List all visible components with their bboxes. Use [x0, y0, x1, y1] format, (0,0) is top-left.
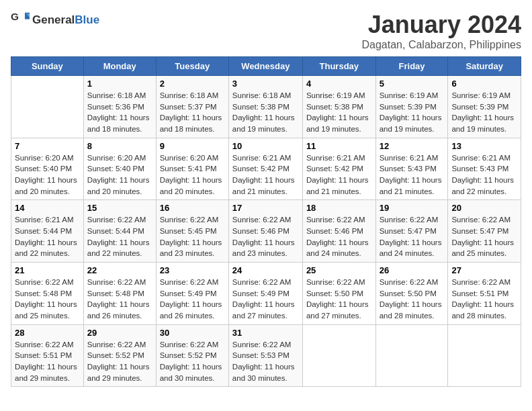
day-header-tuesday: Tuesday	[156, 57, 228, 76]
day-number: 2	[160, 79, 225, 89]
calendar-cell: 8Sunrise: 6:20 AM Sunset: 5:40 PM Daylig…	[83, 138, 156, 200]
calendar-cell: 10Sunrise: 6:21 AM Sunset: 5:42 PM Dayli…	[228, 138, 302, 200]
calendar-cell: 17Sunrise: 6:22 AM Sunset: 5:46 PM Dayli…	[228, 200, 302, 263]
day-number: 31	[232, 328, 299, 338]
week-row-4: 21Sunrise: 6:22 AM Sunset: 5:48 PM Dayli…	[11, 263, 521, 325]
calendar-cell: 15Sunrise: 6:22 AM Sunset: 5:44 PM Dayli…	[83, 200, 156, 263]
day-info: Sunrise: 6:21 AM Sunset: 5:43 PM Dayligh…	[451, 152, 517, 197]
day-number: 17	[232, 203, 299, 213]
week-row-2: 7Sunrise: 6:20 AM Sunset: 5:40 PM Daylig…	[11, 138, 521, 200]
calendar-cell: 24Sunrise: 6:22 AM Sunset: 5:49 PM Dayli…	[228, 263, 302, 325]
calendar-cell: 21Sunrise: 6:22 AM Sunset: 5:48 PM Dayli…	[11, 263, 84, 325]
calendar-cell: 29Sunrise: 6:22 AM Sunset: 5:52 PM Dayli…	[83, 324, 156, 387]
day-info: Sunrise: 6:22 AM Sunset: 5:48 PM Dayligh…	[15, 277, 80, 322]
day-number: 27	[451, 265, 517, 275]
day-info: Sunrise: 6:19 AM Sunset: 5:38 PM Dayligh…	[306, 90, 372, 135]
day-info: Sunrise: 6:21 AM Sunset: 5:42 PM Dayligh…	[232, 152, 299, 197]
day-info: Sunrise: 6:18 AM Sunset: 5:37 PM Dayligh…	[160, 90, 225, 135]
calendar-cell	[302, 324, 375, 387]
day-info: Sunrise: 6:22 AM Sunset: 5:46 PM Dayligh…	[232, 214, 299, 259]
calendar-cell	[375, 324, 448, 387]
day-number: 18	[306, 203, 372, 213]
day-number: 28	[15, 328, 80, 338]
day-info: Sunrise: 6:19 AM Sunset: 5:39 PM Dayligh…	[380, 90, 445, 135]
day-info: Sunrise: 6:21 AM Sunset: 5:44 PM Dayligh…	[15, 214, 80, 259]
day-number: 26	[380, 265, 445, 275]
day-header-saturday: Saturday	[448, 57, 521, 76]
day-number: 15	[87, 203, 152, 213]
day-number: 19	[380, 203, 445, 213]
day-number: 30	[160, 328, 225, 338]
svg-text:G: G	[11, 11, 19, 22]
calendar-cell: 18Sunrise: 6:22 AM Sunset: 5:46 PM Dayli…	[302, 200, 375, 263]
day-number: 4	[306, 79, 372, 89]
calendar-title: January 2024	[362, 11, 521, 39]
day-number: 21	[15, 265, 80, 275]
calendar-cell: 12Sunrise: 6:21 AM Sunset: 5:43 PM Dayli…	[375, 138, 448, 200]
day-info: Sunrise: 6:22 AM Sunset: 5:46 PM Dayligh…	[306, 214, 372, 259]
day-info: Sunrise: 6:20 AM Sunset: 5:40 PM Dayligh…	[15, 152, 80, 197]
calendar-cell	[448, 324, 521, 387]
day-number: 8	[87, 141, 152, 151]
calendar-cell: 30Sunrise: 6:22 AM Sunset: 5:52 PM Dayli…	[156, 324, 228, 387]
day-number: 14	[15, 203, 80, 213]
calendar-cell: 25Sunrise: 6:22 AM Sunset: 5:50 PM Dayli…	[302, 263, 375, 325]
day-number: 11	[306, 141, 372, 151]
day-info: Sunrise: 6:22 AM Sunset: 5:51 PM Dayligh…	[15, 339, 80, 384]
calendar-cell: 19Sunrise: 6:22 AM Sunset: 5:47 PM Dayli…	[375, 200, 448, 263]
calendar-subtitle: Dagatan, Calabarzon, Philippines	[362, 39, 521, 51]
day-number: 3	[232, 79, 299, 89]
day-header-friday: Friday	[375, 57, 448, 76]
calendar-cell: 6Sunrise: 6:19 AM Sunset: 5:39 PM Daylig…	[448, 76, 521, 138]
calendar-cell: 31Sunrise: 6:22 AM Sunset: 5:53 PM Dayli…	[228, 324, 302, 387]
day-info: Sunrise: 6:22 AM Sunset: 5:51 PM Dayligh…	[451, 277, 517, 322]
day-info: Sunrise: 6:22 AM Sunset: 5:49 PM Dayligh…	[232, 277, 299, 322]
day-info: Sunrise: 6:22 AM Sunset: 5:50 PM Dayligh…	[380, 277, 445, 322]
day-info: Sunrise: 6:22 AM Sunset: 5:53 PM Dayligh…	[232, 339, 299, 384]
calendar-cell: 14Sunrise: 6:21 AM Sunset: 5:44 PM Dayli…	[11, 200, 84, 263]
day-number: 10	[232, 141, 299, 151]
calendar-cell: 3Sunrise: 6:18 AM Sunset: 5:38 PM Daylig…	[228, 76, 302, 138]
calendar-cell: 16Sunrise: 6:22 AM Sunset: 5:45 PM Dayli…	[156, 200, 228, 263]
day-number: 23	[160, 265, 225, 275]
day-info: Sunrise: 6:20 AM Sunset: 5:40 PM Dayligh…	[87, 152, 152, 197]
logo: G GeneralBlue	[11, 11, 99, 30]
calendar-cell: 11Sunrise: 6:21 AM Sunset: 5:42 PM Dayli…	[302, 138, 375, 200]
day-info: Sunrise: 6:18 AM Sunset: 5:36 PM Dayligh…	[87, 90, 152, 135]
day-number: 29	[87, 328, 152, 338]
calendar-cell: 13Sunrise: 6:21 AM Sunset: 5:43 PM Dayli…	[448, 138, 521, 200]
calendar-cell: 28Sunrise: 6:22 AM Sunset: 5:51 PM Dayli…	[11, 324, 84, 387]
calendar-table: SundayMondayTuesdayWednesdayThursdayFrid…	[11, 56, 521, 387]
day-number: 5	[380, 79, 445, 89]
day-number: 20	[451, 203, 517, 213]
day-number: 24	[232, 265, 299, 275]
day-info: Sunrise: 6:22 AM Sunset: 5:52 PM Dayligh…	[87, 339, 152, 384]
calendar-cell: 2Sunrise: 6:18 AM Sunset: 5:37 PM Daylig…	[156, 76, 228, 138]
day-number: 25	[306, 265, 372, 275]
day-number: 13	[451, 141, 517, 151]
day-info: Sunrise: 6:18 AM Sunset: 5:38 PM Dayligh…	[232, 90, 299, 135]
day-info: Sunrise: 6:22 AM Sunset: 5:45 PM Dayligh…	[160, 214, 225, 259]
day-info: Sunrise: 6:20 AM Sunset: 5:41 PM Dayligh…	[160, 152, 225, 197]
day-info: Sunrise: 6:22 AM Sunset: 5:50 PM Dayligh…	[306, 277, 372, 322]
title-area: January 2024 Dagatan, Calabarzon, Philip…	[362, 11, 521, 51]
day-number: 1	[87, 79, 152, 89]
calendar-cell: 27Sunrise: 6:22 AM Sunset: 5:51 PM Dayli…	[448, 263, 521, 325]
day-info: Sunrise: 6:19 AM Sunset: 5:39 PM Dayligh…	[451, 90, 517, 135]
week-row-1: 1Sunrise: 6:18 AM Sunset: 5:36 PM Daylig…	[11, 76, 521, 138]
calendar-cell: 5Sunrise: 6:19 AM Sunset: 5:39 PM Daylig…	[375, 76, 448, 138]
day-number: 7	[15, 141, 80, 151]
day-header-monday: Monday	[83, 57, 156, 76]
day-number: 9	[160, 141, 225, 151]
days-header-row: SundayMondayTuesdayWednesdayThursdayFrid…	[11, 57, 521, 76]
day-info: Sunrise: 6:21 AM Sunset: 5:42 PM Dayligh…	[306, 152, 372, 197]
week-row-3: 14Sunrise: 6:21 AM Sunset: 5:44 PM Dayli…	[11, 200, 521, 263]
day-header-sunday: Sunday	[11, 57, 84, 76]
calendar-cell	[11, 76, 84, 138]
day-info: Sunrise: 6:22 AM Sunset: 5:44 PM Dayligh…	[87, 214, 152, 259]
header: G GeneralBlue January 2024 Dagatan, Cala…	[11, 11, 521, 51]
day-info: Sunrise: 6:22 AM Sunset: 5:47 PM Dayligh…	[380, 214, 445, 259]
calendar-cell: 7Sunrise: 6:20 AM Sunset: 5:40 PM Daylig…	[11, 138, 84, 200]
day-header-thursday: Thursday	[302, 57, 375, 76]
calendar-cell: 20Sunrise: 6:22 AM Sunset: 5:47 PM Dayli…	[448, 200, 521, 263]
